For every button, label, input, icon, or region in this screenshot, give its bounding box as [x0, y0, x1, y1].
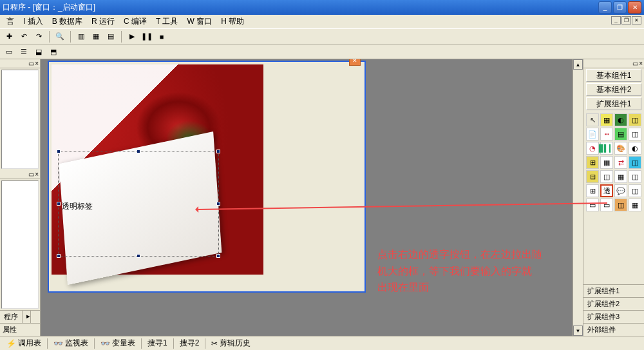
- tool-icon[interactable]: ◫: [629, 113, 641, 126]
- scissors-icon: ✂: [211, 339, 218, 348]
- mdi-minimize-button[interactable]: _: [611, 16, 621, 24]
- tool-icon[interactable]: ⇄: [614, 156, 627, 169]
- tool-icon[interactable]: ▤: [614, 128, 627, 141]
- resize-handle[interactable]: [216, 150, 220, 153]
- scroll-down-icon[interactable]: ▼: [573, 326, 583, 336]
- window-title: 口程序 - [窗口：_启动窗口]: [3, 2, 598, 13]
- tool-icon[interactable]: ▦: [600, 113, 613, 126]
- left-tab-program[interactable]: 程序: [0, 311, 23, 323]
- panel-header-marker[interactable]: ▭ ×: [28, 171, 38, 178]
- tool-icon[interactable]: ▦: [614, 170, 627, 183]
- toolbar-separator: [121, 31, 122, 43]
- tab-basic-components-2[interactable]: 基本组件2: [586, 83, 641, 96]
- tool-icon[interactable]: ▭: [600, 199, 613, 211]
- tool-icon[interactable]: 📄: [586, 128, 599, 141]
- toolbox-grid: ↖ ▦ ◐ ◫ 📄 ┅ ▤ ◫ ◔ ▊▍▎ 🎨 ◐ ⊞ ▦ ⇄ ◫ ⊟ ◫ ▦ …: [583, 111, 644, 214]
- resize-handle[interactable]: [137, 254, 140, 258]
- tb-plus-icon[interactable]: ✚: [3, 30, 15, 43]
- lightning-icon: ⚡: [6, 339, 16, 348]
- mdi-restore-button[interactable]: ❐: [621, 16, 631, 24]
- tb-pause-icon[interactable]: ❚❚: [140, 30, 153, 43]
- resize-handle[interactable]: [57, 150, 61, 153]
- tool-icon[interactable]: 💬: [614, 184, 627, 197]
- left-list-top[interactable]: [1, 70, 39, 169]
- bottom-tab-variables[interactable]: 👓变量表: [95, 336, 140, 350]
- bottom-tab-calltable[interactable]: ⚡调用表: [1, 336, 46, 350]
- menu-help[interactable]: H 帮助: [217, 15, 248, 28]
- tool-grid-icon[interactable]: ⊞: [586, 184, 599, 197]
- menu-compile[interactable]: C 编译: [120, 15, 151, 28]
- tool-icon[interactable]: ◐: [614, 113, 627, 126]
- main-area: ▭ × ▭ × 程序 ▸ 属性 ✕ 透明标签 ▲: [0, 59, 644, 336]
- maximize-button[interactable]: ❐: [613, 1, 627, 14]
- tool-icon[interactable]: ◔: [586, 142, 599, 155]
- tool-icon[interactable]: ◫: [629, 156, 641, 169]
- resize-handle[interactable]: [137, 150, 140, 153]
- tb-search-icon[interactable]: 🔍: [53, 30, 66, 43]
- menu-run[interactable]: R 运行: [88, 15, 118, 28]
- tool-icon[interactable]: ◫: [629, 128, 641, 141]
- tool-icon[interactable]: ◫: [614, 199, 627, 211]
- tool-icon[interactable]: ◫: [600, 170, 613, 183]
- tb-layout1-icon[interactable]: ▥: [75, 30, 88, 43]
- menu-lang[interactable]: 言: [3, 15, 18, 28]
- tool-icon[interactable]: ▦: [600, 156, 613, 169]
- left-list-bottom[interactable]: [1, 180, 39, 309]
- tool-pointer-icon[interactable]: ↖: [586, 113, 599, 126]
- tb-layout3-icon[interactable]: ▤: [104, 30, 117, 43]
- bottom-tab-search2[interactable]: 搜寻2: [175, 336, 205, 350]
- tool-icon[interactable]: ⊞: [586, 156, 599, 169]
- menu-tools[interactable]: T 工具: [152, 15, 182, 28]
- tool-icon[interactable]: ▦: [629, 199, 641, 211]
- scroll-up-icon[interactable]: ▲: [573, 59, 583, 70]
- mdi-close-button[interactable]: ✕: [632, 16, 641, 24]
- tb-align3-icon[interactable]: ⬓: [32, 45, 45, 58]
- tb-align2-icon[interactable]: ☰: [17, 45, 30, 58]
- bottom-tab-search1[interactable]: 搜寻1: [142, 336, 173, 350]
- menu-window[interactable]: W 窗口: [183, 15, 216, 28]
- tab-external[interactable]: 外部组件: [583, 323, 644, 336]
- bottom-tab-watch[interactable]: 👓监视表: [48, 336, 93, 350]
- panel-header-marker[interactable]: ▭ ×: [28, 60, 38, 67]
- resize-handle[interactable]: [57, 254, 61, 258]
- bottom-tab-cliphistory[interactable]: ✂剪辑历史: [206, 336, 256, 350]
- resize-handle[interactable]: [216, 202, 220, 206]
- toolbar-separator: [49, 31, 50, 43]
- canvas-vscrollbar[interactable]: ▲ ▼: [573, 59, 583, 336]
- tb-stop-icon[interactable]: ■: [155, 30, 168, 43]
- resize-handle[interactable]: [57, 202, 61, 206]
- tb-align1-icon[interactable]: ▭: [3, 45, 15, 58]
- minimize-button[interactable]: _: [598, 1, 612, 14]
- left-tab-properties[interactable]: 属性: [0, 323, 40, 336]
- tb-undo-icon[interactable]: ↶: [17, 30, 30, 43]
- menu-insert[interactable]: I 插入: [19, 15, 47, 28]
- tab-ext-components-1[interactable]: 扩展组件1: [586, 97, 641, 110]
- form-close-icon[interactable]: ✕: [349, 59, 361, 66]
- left-tab-spacer[interactable]: ▸: [23, 311, 31, 323]
- tool-transparent-label-icon[interactable]: 透: [600, 184, 613, 197]
- tool-icon[interactable]: ◫: [629, 184, 641, 197]
- tab-ext2[interactable]: 扩展组件2: [583, 297, 644, 310]
- design-form[interactable]: ✕ 透明标签: [48, 61, 366, 293]
- transparent-label-control[interactable]: 透明标签: [62, 201, 93, 212]
- tool-icon[interactable]: 🎨: [614, 142, 627, 155]
- tool-icon[interactable]: ▊▍▎: [600, 142, 613, 155]
- menu-database[interactable]: B 数据库: [48, 15, 86, 28]
- tab-separator: [205, 338, 205, 349]
- close-button[interactable]: ✕: [628, 1, 641, 14]
- tool-icon[interactable]: ⊟: [586, 170, 599, 183]
- tb-redo-icon[interactable]: ↷: [32, 30, 45, 43]
- glasses-icon: 👓: [100, 339, 110, 348]
- tool-icon[interactable]: ◐: [629, 142, 641, 155]
- tab-ext3[interactable]: 扩展组件3: [583, 310, 644, 323]
- tab-basic-components-1[interactable]: 基本组件1: [586, 69, 641, 82]
- tb-layout2-icon[interactable]: ▦: [90, 30, 102, 43]
- tool-icon[interactable]: ▭: [586, 199, 599, 211]
- resize-handle[interactable]: [216, 254, 220, 258]
- tb-align4-icon[interactable]: ⬒: [47, 45, 60, 58]
- tab-ext1[interactable]: 扩展组件1: [583, 284, 644, 297]
- tb-run-icon[interactable]: ▶: [126, 30, 138, 43]
- tool-icon[interactable]: ◫: [629, 170, 641, 183]
- panel-header-marker[interactable]: ▭ ×: [632, 60, 642, 67]
- tool-icon[interactable]: ┅: [600, 128, 613, 141]
